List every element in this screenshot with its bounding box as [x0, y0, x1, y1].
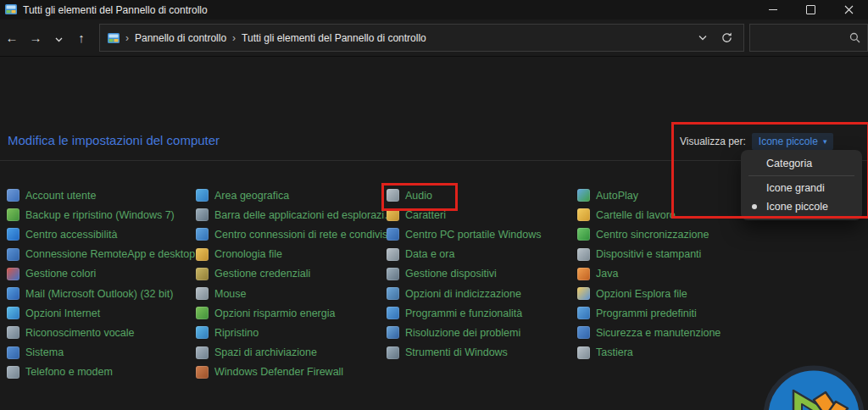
- forward-button[interactable]: →: [24, 19, 47, 56]
- phone-modem-icon: [7, 366, 19, 379]
- cp-item-backup-restore[interactable]: Backup e ripristino (Windows 7): [7, 205, 193, 224]
- cp-item-mobility-center[interactable]: Centro PC portatile Windows: [387, 224, 575, 244]
- cp-item-label: Audio: [405, 190, 432, 202]
- back-button[interactable]: ←: [0, 19, 24, 56]
- cp-item-label: Centro sincronizzazione: [596, 229, 709, 241]
- sync-center-icon: [577, 228, 590, 241]
- cp-item-device-manager[interactable]: Gestione dispositivi: [387, 264, 575, 284]
- cp-item-speech-recognition[interactable]: Riconoscimento vocale: [7, 323, 193, 342]
- system-icon: [7, 346, 19, 359]
- breadcrumb-separator: ›: [125, 32, 129, 44]
- cp-item-java[interactable]: Java: [577, 264, 765, 284]
- cp-item-label: Dispositivi e stampanti: [596, 248, 701, 260]
- refresh-icon[interactable]: [721, 31, 733, 44]
- cp-item-security-maintenance[interactable]: Sicurezza e manutenzione: [577, 323, 765, 342]
- cp-item-file-history[interactable]: Cronologia file: [196, 245, 384, 264]
- cp-column-3: AudioCaratteriCentro PC portatile Window…: [387, 186, 575, 363]
- cp-item-label: Opzioni Esplora file: [596, 288, 687, 300]
- cp-item-programs-features[interactable]: Programmi e funzionalità: [387, 303, 575, 323]
- cp-item-label: Gestione credenziali: [214, 268, 310, 280]
- cp-item-indexing-options[interactable]: Opzioni di indicizzazione: [387, 284, 575, 303]
- cp-item-label: Mail (Microsoft Outlook) (32 bit): [25, 288, 173, 300]
- address-bar[interactable]: › Pannello di controllo › Tutti gli elem…: [99, 24, 744, 52]
- cp-item-label: Strumenti di Windows: [405, 346, 508, 358]
- mobility-center-icon: [387, 228, 399, 241]
- cp-item-file-explorer-options[interactable]: Opzioni Esplora file: [577, 284, 765, 303]
- cp-item-label: Area geografica: [214, 190, 289, 202]
- minimize-icon: [769, 9, 777, 10]
- internet-options-icon: [7, 307, 19, 319]
- cp-column-2: Area geograficaBarra delle applicazioni …: [196, 186, 384, 382]
- cp-item-autoplay[interactable]: AutoPlay: [577, 186, 765, 205]
- cp-item-devices-printers[interactable]: Dispositivi e stampanti: [577, 245, 765, 264]
- cp-item-label: Barra delle applicazioni ed esplorazi…: [214, 209, 395, 221]
- menu-item-label: Icone grandi: [766, 182, 825, 194]
- cp-item-user-accounts[interactable]: Account utente: [7, 186, 193, 205]
- view-by-dropdown-button[interactable]: Icone piccole ▾: [752, 133, 834, 150]
- minimize-button[interactable]: [754, 0, 792, 19]
- date-time-icon: [387, 248, 399, 261]
- dx-watermark-logo: [762, 364, 865, 410]
- cp-item-windows-tools[interactable]: Strumenti di Windows: [387, 343, 575, 363]
- color-management-icon: [7, 268, 19, 280]
- cp-item-taskbar-navigation[interactable]: Barra delle applicazioni ed esplorazi…: [196, 205, 384, 224]
- cp-item-troubleshooting[interactable]: Risoluzione dei problemi: [387, 323, 575, 342]
- menu-item-icone-piccole[interactable]: Icone piccole: [741, 197, 862, 216]
- cp-item-storage-spaces[interactable]: Spazi di archiviazione: [196, 343, 384, 363]
- address-dropdown-chevron-icon[interactable]: [698, 35, 707, 41]
- cp-item-sync-center[interactable]: Centro sincronizzazione: [577, 224, 765, 244]
- cp-item-firewall[interactable]: Windows Defender Firewall: [196, 363, 384, 382]
- maximize-icon: [806, 5, 815, 14]
- menu-item-icone-grandi[interactable]: Icone grandi: [741, 179, 862, 197]
- default-programs-icon: [577, 307, 590, 319]
- cp-item-phone-modem[interactable]: Telefono e modem: [7, 363, 193, 382]
- credential-manager-icon: [196, 268, 209, 280]
- programs-features-icon: [387, 307, 399, 319]
- cp-item-mail[interactable]: Mail (Microsoft Outlook) (32 bit): [7, 284, 193, 303]
- cp-item-recovery[interactable]: Ripristino: [196, 323, 384, 342]
- cp-item-system[interactable]: Sistema: [7, 343, 193, 363]
- breadcrumb-separator: ›: [232, 32, 236, 44]
- cp-item-label: Programmi predefiniti: [596, 308, 697, 319]
- titlebar: Tutti gli elementi del Pannello di contr…: [0, 0, 868, 19]
- cp-item-power-options[interactable]: Opzioni risparmio energia: [196, 303, 384, 323]
- cp-item-sound[interactable]: Audio: [387, 186, 575, 205]
- cp-item-credential-manager[interactable]: Gestione credenziali: [196, 264, 384, 284]
- cp-item-default-programs[interactable]: Programmi predefiniti: [577, 303, 765, 323]
- firewall-icon: [196, 366, 209, 379]
- cp-item-label: Cartelle di lavoro: [596, 209, 676, 221]
- cp-item-label: Windows Defender Firewall: [214, 366, 343, 378]
- cp-item-color-management[interactable]: Gestione colori: [7, 264, 193, 284]
- view-by-control: Visualizza per: Icone piccole ▾: [680, 133, 833, 150]
- cp-item-ease-of-access[interactable]: Centro accessibilità: [7, 224, 193, 244]
- up-button[interactable]: ↑: [70, 19, 93, 56]
- maximize-button[interactable]: [792, 0, 830, 19]
- search-icon: [849, 32, 860, 43]
- cp-item-region[interactable]: Area geografica: [196, 186, 384, 205]
- cp-item-work-folders[interactable]: Cartelle di lavoro: [577, 205, 765, 224]
- recent-pages-button[interactable]: [47, 19, 70, 56]
- cp-item-remoteapp-desktop[interactable]: Connessione RemoteApp e desktop: [7, 245, 193, 264]
- cp-item-date-time[interactable]: Data e ora: [387, 245, 575, 264]
- selected-radio-icon: [752, 204, 757, 209]
- troubleshooting-icon: [387, 326, 399, 339]
- chevron-down-icon: [55, 37, 63, 42]
- breadcrumb-location-icon: [108, 33, 120, 43]
- cp-item-label: Caratteri: [405, 209, 446, 221]
- cp-item-fonts[interactable]: Caratteri: [387, 205, 575, 224]
- cp-item-keyboard[interactable]: Tastiera: [577, 343, 765, 363]
- cp-item-mouse[interactable]: Mouse: [196, 284, 384, 303]
- cp-item-network-sharing-center[interactable]: Centro connessioni di rete e condivis…: [196, 224, 384, 244]
- cp-item-label: Opzioni di indicizzazione: [405, 288, 521, 300]
- ease-of-access-icon: [7, 228, 19, 241]
- cp-item-label: Java: [596, 268, 618, 280]
- close-button[interactable]: [830, 0, 868, 19]
- search-box: [749, 24, 868, 52]
- window-title: Tutti gli elementi del Pannello di contr…: [23, 4, 754, 16]
- cp-item-label: AutoPlay: [596, 190, 638, 202]
- cp-item-internet-options[interactable]: Opzioni Internet: [7, 303, 193, 323]
- search-input[interactable]: [750, 32, 849, 44]
- menu-item-categoria[interactable]: Categoria: [741, 154, 862, 173]
- breadcrumb-all-items[interactable]: Tutti gli elementi del Pannello di contr…: [242, 32, 426, 44]
- breadcrumb-control-panel[interactable]: Pannello di controllo: [135, 32, 226, 44]
